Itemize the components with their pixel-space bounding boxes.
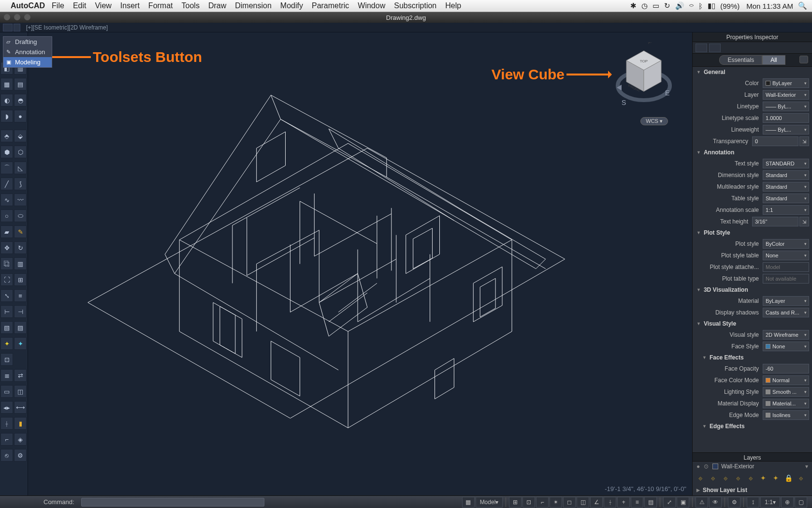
tab-essentials[interactable]: Essentials (719, 55, 762, 65)
section-edgeeffects[interactable]: ▼Edge Effects (693, 421, 812, 432)
menu-subscription[interactable]: Subscription (394, 1, 436, 10)
layer-tool-icon[interactable]: 🔒 (783, 473, 793, 483)
command-input[interactable] (81, 498, 264, 507)
viewport-label[interactable]: [+][SE Isometric][2D Wireframe] (26, 24, 108, 31)
prop-extra-button[interactable]: ⇲ (799, 217, 809, 226)
dimension-tool[interactable]: ⟷ (14, 401, 27, 414)
menu-format[interactable]: Format (148, 1, 173, 10)
section-annotation[interactable]: ▼Annotation (693, 147, 812, 158)
layer-tool-icon[interactable]: ⟐ (796, 473, 806, 483)
prop-field[interactable]: Standard (763, 182, 809, 192)
array-tool[interactable]: ⊞ (14, 273, 27, 286)
presspull-tool[interactable]: ▤ (14, 78, 27, 90)
surface-tool[interactable]: ▰ (0, 225, 13, 238)
prop-field[interactable]: Normal (763, 375, 809, 385)
trim-tool[interactable]: ⊢ (0, 305, 13, 318)
prop-field[interactable]: ByColor (763, 239, 809, 249)
grid-display-icon[interactable]: ▦ (462, 497, 475, 508)
snap-icon[interactable]: ⊞ (509, 497, 522, 508)
model-space-button[interactable]: Model▾ (476, 497, 503, 508)
toolset-drafting[interactable]: ▱Drafting (3, 37, 52, 47)
prop-field[interactable]: Isolines (763, 410, 809, 420)
menu-insert[interactable]: Insert (120, 1, 140, 10)
prop-field[interactable]: STANDARD (763, 159, 809, 168)
prop-field[interactable]: None (763, 251, 809, 260)
stretch-tool[interactable]: ⤡ (0, 289, 13, 302)
intersect-tool[interactable]: ⬢ (0, 146, 13, 158)
wifi-icon[interactable]: ⌔ (689, 2, 694, 10)
link-icon[interactable] (799, 56, 808, 63)
prop-field[interactable]: Casts and R... (763, 308, 809, 317)
annotation-monitor-icon[interactable]: ⚠ (696, 497, 708, 508)
circle-tool[interactable]: ○ (0, 209, 13, 222)
layer-iso-tool[interactable]: ✦ (14, 337, 27, 350)
ellipse-tool[interactable]: ⬭ (14, 209, 27, 222)
prop-field[interactable]: 1.0000 (763, 113, 809, 123)
arc-tool[interactable]: ⟆ (14, 178, 27, 190)
prop-field[interactable]: Standard (763, 194, 809, 203)
properties-tab2-icon[interactable] (709, 44, 721, 52)
prop-field[interactable]: 2D Wireframe (763, 330, 809, 340)
chamfer-tool[interactable]: ◺ (14, 162, 27, 174)
prop-field[interactable]: ByLayer (763, 78, 809, 88)
layer-tool[interactable]: ✦ (0, 337, 13, 350)
properties-tab-icon[interactable] (696, 44, 707, 52)
menu-draw[interactable]: Draw (208, 1, 226, 10)
annotation-visibility-icon[interactable]: 👁 (709, 497, 722, 508)
scale-tool[interactable]: ⛶ (0, 273, 13, 286)
show-layer-list[interactable]: ▶Show Layer List (693, 485, 812, 495)
prop-field[interactable]: Wall-Exterior (763, 90, 809, 100)
prop-field[interactable]: 1:1 (763, 205, 809, 215)
clean-screen-icon[interactable]: ▢ (795, 497, 807, 508)
osnap-icon[interactable]: ◻ (563, 497, 576, 508)
layer-tool-icon[interactable]: ⟐ (708, 473, 718, 483)
prop-field[interactable]: Smooth ... (763, 387, 809, 397)
lineweight-icon[interactable]: ≡ (631, 497, 643, 508)
match-tool[interactable]: ⇄ (14, 369, 27, 382)
annoscale-icon[interactable]: ⟟ (747, 497, 759, 508)
line-tool[interactable]: ╱ (0, 178, 13, 190)
prop-field[interactable]: 3/16" (752, 217, 798, 226)
minimize-icon[interactable] (14, 14, 20, 20)
extend-tool[interactable]: ⊣ (14, 305, 27, 318)
sc-icon[interactable]: ⤢ (663, 497, 676, 508)
subtract-tool[interactable]: ⬙ (14, 130, 27, 142)
section-3dviz[interactable]: ▼3D Visualization (693, 284, 812, 295)
spline-tool[interactable]: 〰 (14, 194, 27, 206)
annotation-scale[interactable]: 1:1▾ (760, 497, 780, 508)
menu-view[interactable]: View (95, 1, 111, 10)
prop-field[interactable]: —— ByL... (763, 125, 809, 134)
vp-dropdown-icon[interactable] (14, 24, 20, 31)
ungroup-tool[interactable]: ◫ (14, 385, 27, 398)
flatten-tool[interactable]: ▨ (14, 321, 27, 334)
mirror-tool[interactable]: ▥ (14, 257, 27, 270)
union-tool[interactable]: ⬘ (0, 130, 13, 142)
toolset-modeling[interactable]: ▣Modeling (3, 57, 52, 67)
section-visualstyle[interactable]: ▼Visual Style (693, 318, 812, 329)
menu-help[interactable]: Help (445, 1, 461, 10)
mtext-tool[interactable]: ◂▸ (0, 401, 13, 414)
wcs-badge[interactable]: WCS ▾ (640, 117, 668, 125)
grid-icon[interactable]: ⊡ (522, 497, 535, 508)
tab-all[interactable]: All (762, 55, 785, 65)
measure-tool[interactable]: ⟊ (0, 417, 13, 430)
move-tool[interactable]: ✥ (0, 241, 13, 254)
vp-controls-icon[interactable] (3, 24, 13, 31)
clock[interactable]: Mon 11:33 AM (746, 2, 793, 10)
ucs-tool[interactable]: ⌐ (0, 433, 13, 446)
viewcube[interactable]: TOP FRONT RIGHT S E (615, 42, 673, 120)
current-layer-row[interactable]: ● ⊙ Wall-Exterior ▾ (693, 462, 812, 471)
display-icon[interactable]: ▭ (652, 1, 659, 10)
ducs-icon[interactable]: ⟊ (604, 497, 616, 508)
sync-icon[interactable]: ↻ (664, 1, 670, 10)
menu-parametric[interactable]: Parametric (312, 1, 349, 10)
transparency-icon[interactable]: ▤ (644, 497, 657, 508)
loft-tool[interactable]: ◓ (14, 94, 27, 106)
prop-field[interactable]: -60 (763, 364, 809, 374)
close-icon[interactable] (4, 14, 10, 20)
hatch-tool[interactable]: ▮ (14, 417, 27, 430)
vpoint-tool[interactable]: ⎋ (0, 449, 13, 462)
prop-field[interactable]: None (763, 342, 809, 351)
render-tool[interactable]: ⚙ (14, 449, 27, 462)
model-viewport[interactable]: Toolsets Button View Cube TOP FRONT RIGH… (28, 32, 692, 495)
